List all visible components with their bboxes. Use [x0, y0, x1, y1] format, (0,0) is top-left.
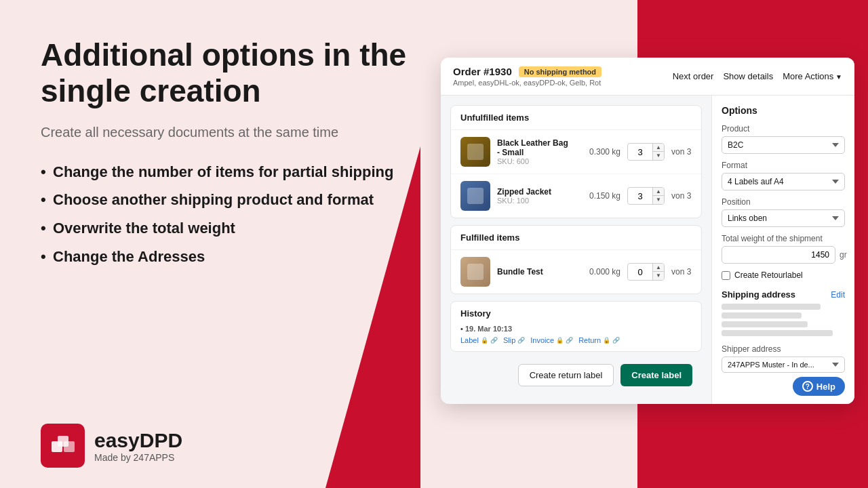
quantity-input[interactable] — [628, 265, 652, 279]
ui-panel: Order #1930 No shipping method Ampel, ea… — [441, 58, 854, 404]
unfulfilled-header: Unfulfilled items — [451, 106, 701, 130]
item-weight: 0.150 kg — [580, 191, 620, 201]
return-label-checkbox[interactable] — [722, 271, 730, 280]
quantity-control[interactable]: ▲ ▼ — [627, 187, 665, 205]
create-return-button[interactable]: Create return label — [518, 364, 614, 386]
bullet-list: Change the number of items for partial s… — [41, 162, 427, 267]
fulfilled-header: Fulfilled items — [451, 226, 701, 250]
item-image-bag — [460, 137, 490, 167]
bullet-item-3: Overwrite the total weight — [41, 218, 427, 239]
position-option: Position Links oben — [722, 197, 845, 227]
main-content: Unfulfilled items Black Leather Bag - Sm… — [441, 96, 854, 404]
qty-up-arrow[interactable]: ▲ — [653, 264, 664, 272]
qty-down-arrow[interactable]: ▼ — [653, 196, 664, 204]
svg-rect-2 — [58, 436, 68, 447]
logo-icon — [49, 432, 77, 460]
create-label-button[interactable]: Create label — [620, 364, 692, 386]
item-image-bundle — [460, 257, 490, 287]
shipper-select[interactable]: 247APPS Muster - In de... — [722, 357, 845, 373]
options-panel: Options Product B2C Format 4 Labels auf … — [712, 96, 854, 404]
bullet-item-1: Change the number of items for partial s… — [41, 162, 427, 182]
qty-down-arrow[interactable]: ▼ — [653, 152, 664, 160]
invoice-text: Invoice — [530, 336, 554, 344]
qty-arrows: ▲ ▼ — [652, 188, 664, 204]
item-von: von 3 — [671, 267, 692, 277]
table-row: Zipped Jacket SKU: 100 0.150 kg ▲ ▼ von … — [451, 174, 701, 218]
item-weight: 0.000 kg — [580, 267, 620, 277]
item-von: von 3 — [671, 191, 692, 201]
help-label: Help — [816, 382, 835, 392]
quantity-input[interactable] — [628, 145, 652, 159]
return-text: Return — [578, 336, 601, 344]
main-title: Additional options in the single creatio… — [41, 37, 427, 109]
order-header-info: Order #1930 No shipping method — [453, 66, 601, 77]
slip-link-icon: 🔗 — [517, 337, 525, 344]
item-image-jacket — [460, 181, 490, 211]
format-select[interactable]: 4 Labels auf A4 — [722, 173, 845, 190]
logo-icon-box — [41, 424, 85, 468]
position-select[interactable]: Links oben — [722, 209, 845, 227]
show-details-button[interactable]: Show details — [723, 71, 773, 81]
order-header: Order #1930 No shipping method Ampel, ea… — [441, 58, 854, 96]
next-order-button[interactable]: Next order — [673, 71, 714, 81]
shipping-address-header: Shipping address Edit — [722, 289, 845, 300]
fulfilled-card: Fulfilled items Bundle Test 0.000 kg ▲ — [450, 225, 702, 294]
addr-line-4 — [722, 330, 833, 336]
qty-down-arrow[interactable]: ▼ — [653, 272, 664, 280]
quantity-control[interactable]: ▲ ▼ — [627, 143, 665, 161]
help-circle-icon: ? — [802, 381, 813, 392]
qty-arrows: ▲ ▼ — [652, 144, 664, 160]
shipper-address-title: Shipper address — [722, 344, 845, 354]
item-info-jacket: Zipped Jacket SKU: 100 — [497, 187, 573, 205]
product-select[interactable]: B2C — [722, 136, 845, 154]
addr-line-1 — [722, 304, 821, 310]
options-title: Options — [722, 105, 845, 116]
qty-up-arrow[interactable]: ▲ — [653, 188, 664, 196]
quantity-input[interactable] — [628, 189, 652, 203]
history-entry: • 19. Mar 10:13 — [460, 324, 692, 333]
left-section: Unfulfilled items Black Leather Bag - Sm… — [441, 96, 712, 404]
qty-arrows: ▲ ▼ — [652, 264, 664, 280]
format-option: Format 4 Labels auf A4 — [722, 161, 845, 190]
shipping-badge: No shipping method — [519, 66, 601, 77]
action-buttons: Create return label Create label — [450, 359, 702, 394]
order-number: Order #1930 — [453, 66, 512, 77]
item-weight: 0.300 kg — [580, 147, 620, 157]
item-sku: SKU: 600 — [497, 157, 573, 165]
history-link-slip[interactable]: Slip 🔗 — [503, 336, 525, 344]
shipping-address-title: Shipping address — [722, 289, 795, 300]
quantity-control[interactable]: ▲ ▼ — [627, 263, 665, 281]
logo-text: easyDPD Made by 247APPS — [94, 429, 182, 463]
weight-row: gr — [722, 246, 845, 264]
bullet-item-2: Choose another shipping product and form… — [41, 190, 427, 210]
shipping-address-edit-link[interactable]: Edit — [831, 290, 845, 300]
return-chain-icon: 🔗 — [612, 337, 620, 344]
more-actions-button[interactable]: More Actions — [783, 71, 842, 81]
invoice-link-icon: 🔒 — [556, 337, 564, 344]
qty-up-arrow[interactable]: ▲ — [653, 144, 664, 152]
hero-section: Additional options in the single creatio… — [41, 37, 427, 275]
help-button[interactable]: ? Help — [793, 377, 845, 396]
weight-option: Total weight of the shipment gr — [722, 234, 845, 264]
history-link-return[interactable]: Return 🔒 🔗 — [578, 336, 620, 344]
item-von: von 3 — [671, 147, 692, 157]
return-label-option: Create Retourlabel — [722, 270, 845, 280]
history-title: History — [460, 308, 692, 319]
history-link-invoice[interactable]: Invoice 🔒 🔗 — [530, 336, 573, 344]
logo-area: easyDPD Made by 247APPS — [41, 424, 182, 468]
bullet-item-4: Change the Adresses — [41, 247, 427, 267]
history-link-label[interactable]: Label 🔒 🔗 — [460, 336, 498, 344]
product-label: Product — [722, 124, 845, 134]
table-row: Bundle Test 0.000 kg ▲ ▼ von 3 — [451, 250, 701, 293]
weight-label: Total weight of the shipment — [722, 234, 845, 243]
item-sku: SKU: 100 — [497, 197, 573, 205]
order-header-left: Order #1930 No shipping method Ampel, ea… — [453, 66, 601, 87]
item-name: Bundle Test — [497, 267, 573, 277]
order-tags: Ampel, easyDHL-ok, easyDPD-ok, Gelb, Rot — [453, 79, 601, 87]
weight-unit: gr — [840, 250, 847, 260]
logo-tagline: Made by 247APPS — [94, 452, 182, 463]
weight-input[interactable] — [722, 246, 835, 264]
item-info-bundle: Bundle Test — [497, 267, 573, 277]
link-icon: 🔒 — [481, 337, 488, 344]
logo-name: easyDPD — [94, 429, 182, 452]
